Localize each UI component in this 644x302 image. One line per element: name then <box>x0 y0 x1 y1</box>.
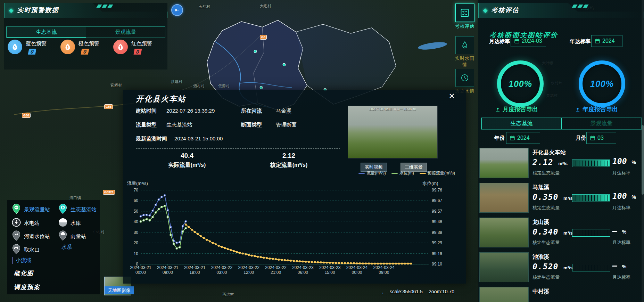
series-point <box>407 263 409 265</box>
legend-item-景观流量站[interactable]: 景观流量站 <box>12 204 50 215</box>
legend-link-概化图[interactable]: 概化图 <box>14 269 34 277</box>
legend-item-雨量站[interactable]: 雨量站 <box>58 230 86 242</box>
series-point <box>365 262 367 264</box>
legend-item-水库[interactable]: 水库 <box>58 218 81 228</box>
series-point <box>395 263 397 265</box>
series-point <box>404 263 406 265</box>
x-tick-label: 2024-03-2400:00 <box>346 265 368 275</box>
legend-item-河道水位站[interactable]: 河道水位站 <box>12 230 50 242</box>
series-point <box>182 231 183 232</box>
alert-tab-生态基流[interactable]: 生态基流 <box>7 27 86 38</box>
series-point <box>197 233 199 235</box>
station-marker[interactable] <box>254 50 257 53</box>
station-name: 中村溪 <box>532 288 549 295</box>
series-point <box>341 262 343 264</box>
series-point <box>182 225 183 227</box>
series-point <box>335 262 337 264</box>
station-name: 马尪溪 <box>532 184 549 191</box>
alert-items: 蓝色预警0橙色预警0红色预警0 <box>8 40 166 55</box>
station-card[interactable]: 龙山溪0.340 m³/s核定生态流量– %月达标率 <box>480 218 642 250</box>
alert-label: 橙色预警 <box>79 40 99 47</box>
export-button[interactable]: 月度报告导出 <box>495 105 538 113</box>
station-card[interactable]: 马尪溪0.350 m³/s核定生态流量100 %月达标率 <box>480 183 642 215</box>
chart-legend-item[interactable]: 流量(m³/s) <box>358 170 386 176</box>
month-rate-input[interactable]: 2024-03 <box>511 35 546 47</box>
series-point <box>350 262 352 264</box>
alert-count: 0 <box>81 49 89 55</box>
side-button-考核评估[interactable]: 考核评估 <box>454 3 475 30</box>
series-point <box>149 220 150 221</box>
collapse-panel-button[interactable]: ⇤ <box>171 4 183 16</box>
series-point <box>164 195 166 196</box>
series-point <box>158 199 159 201</box>
station-marker[interactable] <box>283 63 286 66</box>
export-button[interactable]: 年度报告导出 <box>575 105 618 113</box>
road-badge: G56 <box>22 113 31 118</box>
realtime-alert-panel: ◈ 实时预警数据 生态基流景观流量 蓝色预警0橙色预警0红色预警0 <box>4 3 167 70</box>
year-rate-input[interactable]: 2024 <box>591 35 622 47</box>
approved-flow-stat: 2.12 核定流量(m³/s) <box>238 149 340 172</box>
series-point <box>143 220 145 221</box>
year-input[interactable]: 2024 <box>506 132 540 144</box>
y-right-axis-title: 水位(m) <box>422 181 438 186</box>
series-point <box>221 246 223 248</box>
calendar-icon <box>590 136 595 140</box>
station-rate-value: – % <box>612 226 626 235</box>
station-flow-value: 0.340 m³/s <box>532 227 573 236</box>
calendar-icon <box>514 39 519 43</box>
y-left-tick-label: 60 <box>134 198 139 203</box>
legend-item-label: 水库 <box>71 220 81 227</box>
assess-tab-生态基流[interactable]: 生态基流 <box>481 118 562 129</box>
month-input[interactable]: 03 <box>586 132 616 144</box>
rate-gauge-ring: 100% <box>579 60 625 107</box>
series-point <box>311 261 313 263</box>
series-point <box>329 262 331 264</box>
y-left-axis-title: 流量(m³/s) <box>127 181 148 186</box>
legend-item-取水口[interactable]: 取水口 <box>12 244 40 256</box>
series-point <box>236 251 238 253</box>
station-marker[interactable] <box>260 86 263 89</box>
actual-flow-label: 实际流量(m³/s) <box>136 162 238 169</box>
side-button-实时水雨情[interactable]: 实时水雨情 <box>454 36 475 68</box>
map-place-label: 五红村 <box>199 4 210 9</box>
assess-panel-title: 考核评估 <box>491 6 519 14</box>
field-label: 建站时间 <box>136 108 157 114</box>
station-flow-unit: m³/s <box>563 265 573 270</box>
legend-item-小流域[interactable]: 小流域 <box>12 257 31 264</box>
station-card[interactable]: 中村溪 <box>480 287 642 302</box>
series-point <box>356 262 358 264</box>
station-card[interactable]: 池淮溪0.520 m³/s核定生态流量– %月达标率 <box>480 253 642 285</box>
series-point <box>164 205 166 207</box>
water-level-icon <box>12 230 21 242</box>
chart-legend-item[interactable]: 水位(m) <box>391 170 414 176</box>
scrollbar[interactable] <box>642 0 644 302</box>
chart-legend[interactable]: 流量(m³/s)水位(m)预报流量(m³/s) <box>327 170 455 176</box>
year-rate-label: 年达标率 <box>570 38 591 45</box>
legend-item-水系[interactable]: 水系 <box>58 244 72 251</box>
close-icon[interactable]: ✕ <box>449 92 455 100</box>
legend-item-水电站[interactable]: 水电站 <box>12 218 40 228</box>
road-badge: G0321 <box>103 190 115 195</box>
month-label: 月份 <box>576 135 586 141</box>
legend-link-调度预案[interactable]: 调度预案 <box>14 283 40 291</box>
series-point <box>140 215 141 217</box>
x-tick-label: 2024-03-2212:00 <box>238 265 260 275</box>
series-point <box>305 261 307 263</box>
basemap-layer-button[interactable]: 天地图影像 <box>105 286 134 294</box>
scrollbar-thumb[interactable] <box>642 125 644 195</box>
legend-item-生态基流站[interactable]: 生态基流站 <box>58 204 97 215</box>
assess-tab-景观流量[interactable]: 景观流量 <box>562 118 641 129</box>
station-name: 池淮溪 <box>532 253 549 261</box>
series-point <box>344 262 346 264</box>
chart-legend-item[interactable]: 预报流量(m³/s) <box>420 170 455 176</box>
station-card[interactable]: 开化县火车站2.12 m³/s核定生态流量100 %月达标率 <box>480 148 642 180</box>
station-thumbnail <box>480 253 528 282</box>
alert-tab-景观流量[interactable]: 景观流量 <box>86 27 165 38</box>
year-label: 年份 <box>494 135 505 141</box>
field-value: 2024-03-21 15:00:00 <box>174 136 223 141</box>
station-rate-label: 月达标率 <box>612 205 630 211</box>
alert-text-block: 橙色预警0 <box>79 40 99 55</box>
series-point <box>230 249 232 251</box>
station-rate-unit: % <box>622 229 626 235</box>
flow-chart[interactable]: 流量(m³/s)水位(m)7099.766099.675099.574099.4… <box>122 177 448 281</box>
